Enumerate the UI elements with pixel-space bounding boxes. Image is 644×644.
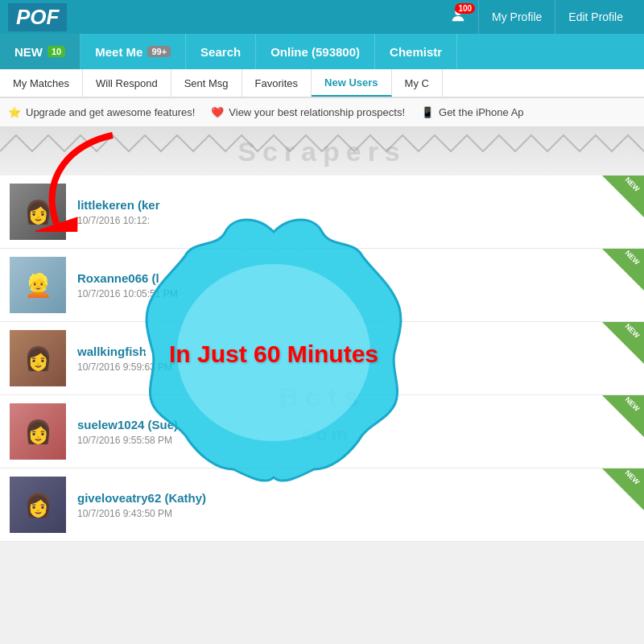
table-row: 👩 wallkingfish 10/7/2016 9:59:63 PM NEW: [0, 322, 644, 395]
nav-new[interactable]: NEW 10: [0, 34, 80, 69]
table-row: 👱 Roxanne066 (l 10/7/2016 10:05:51 PM NE…: [0, 249, 644, 322]
promo-bar: ⭐ Upgrade and get awesome features! ❤️ V…: [0, 98, 644, 127]
profile-info: Roxanne066 (l 10/7/2016 10:05:51 PM: [66, 271, 634, 299]
nav-chemistry[interactable]: Chemistr: [375, 34, 457, 69]
avatar: 👩: [10, 477, 66, 533]
profile-date: 10/7/2016 10:05:51 PM: [77, 288, 634, 299]
promo-relationship[interactable]: ❤️ View your best relationship prospects…: [211, 106, 405, 118]
subnav-myc-label: My C: [405, 77, 429, 89]
promo-iphone-icon: 📱: [421, 106, 434, 118]
profile-info: littlekeren (ker 10/7/2016 10:12:: [66, 198, 634, 226]
profile-info: wallkingfish 10/7/2016 9:59:63 PM: [66, 345, 634, 373]
subnav-willrespond[interactable]: Will Respond: [83, 69, 171, 97]
subnav-newusers[interactable]: New Users: [312, 69, 391, 97]
nav-search[interactable]: Search: [186, 34, 256, 69]
subnav-sentmsg-label: Sent Msg: [184, 77, 229, 89]
subnav-sentmsg[interactable]: Sent Msg: [171, 69, 242, 97]
nav-new-label: NEW: [14, 45, 43, 59]
promo-relationship-icon: ❤️: [211, 106, 224, 118]
nav-meetme-label: Meet Me: [95, 45, 142, 59]
avatar: 👩: [10, 330, 66, 386]
notification-button[interactable]: 100: [438, 2, 478, 32]
subnav-newusers-label: New Users: [324, 76, 378, 89]
profile-date: 10/7/2016 9:59:63 PM: [77, 361, 634, 373]
avatar: 👩: [10, 403, 66, 460]
profile-name[interactable]: littlekeren (ker: [77, 198, 634, 212]
promo-iphone-text: Get the iPhone Ap: [439, 106, 524, 118]
profile-date: 10/7/2016 9:43:50 PM: [77, 508, 634, 519]
promo-iphone[interactable]: 📱 Get the iPhone Ap: [421, 106, 524, 118]
table-row: 👩 suelew1024 (Sue) 10/7/2016 9:55:58 PM …: [0, 395, 644, 469]
profile-info: suelew1024 (Sue) 10/7/2016 9:55:58 PM: [66, 418, 634, 446]
subnav-myc[interactable]: My C: [392, 69, 443, 97]
profile-name[interactable]: giveloveatry62 (Kathy): [77, 491, 634, 505]
table-row: 👩 giveloveatry62 (Kathy) 10/7/2016 9:43:…: [0, 469, 644, 542]
profile-name[interactable]: wallkingfish: [77, 345, 634, 358]
subnav-willrespond-label: Will Respond: [96, 77, 158, 89]
avatar: 👱: [10, 257, 66, 313]
navbar: NEW 10 Meet Me 99+ Search Online (593800…: [0, 34, 644, 69]
nav-meetme-badge: 99+: [147, 46, 171, 57]
nav-new-badge: 10: [47, 46, 65, 57]
my-profile-button[interactable]: My Profile: [478, 0, 555, 34]
notification-badge: 100: [455, 3, 475, 14]
promo-relationship-text: View your best relationship prospects!: [229, 106, 405, 118]
subnav-mymatches[interactable]: My Matches: [0, 69, 83, 97]
subnav-favorites[interactable]: Favorites: [242, 69, 312, 97]
profile-date: 10/7/2016 10:12:: [77, 215, 634, 226]
avatar: 👩: [10, 184, 66, 240]
nav-meetme[interactable]: Meet Me 99+: [80, 34, 186, 69]
profile-info: giveloveatry62 (Kathy) 10/7/2016 9:43:50…: [66, 491, 634, 519]
edit-profile-button[interactable]: Edit Profile: [555, 0, 636, 34]
header-right: 100 My Profile Edit Profile: [438, 0, 636, 34]
subnav-mymatches-label: My Matches: [13, 77, 69, 89]
profile-date: 10/7/2016 9:55:58 PM: [77, 435, 634, 446]
nav-online[interactable]: Online (593800): [256, 34, 375, 69]
promo-upgrade[interactable]: ⭐ Upgrade and get awesome features!: [8, 106, 195, 118]
profile-name[interactable]: Roxanne066 (l: [77, 271, 634, 285]
subnav-favorites-label: Favorites: [255, 77, 298, 89]
nav-chemistry-label: Chemistr: [390, 45, 442, 59]
nav-search-label: Search: [200, 45, 241, 59]
header: POF 100 My Profile Edit Profile: [0, 0, 644, 34]
promo-upgrade-icon: ⭐: [8, 106, 21, 118]
nav-online-label: Online (593800): [270, 45, 360, 59]
promo-upgrade-text: Upgrade and get awesome features!: [26, 106, 195, 118]
subnav: My Matches Will Respond Sent Msg Favorit…: [0, 69, 644, 98]
logo: POF: [8, 3, 67, 31]
profile-list: 👩 littlekeren (ker 10/7/2016 10:12: NEW …: [0, 175, 644, 542]
profile-name[interactable]: suelew1024 (Sue): [77, 418, 634, 431]
table-row: 👩 littlekeren (ker 10/7/2016 10:12: NEW: [0, 175, 644, 249]
